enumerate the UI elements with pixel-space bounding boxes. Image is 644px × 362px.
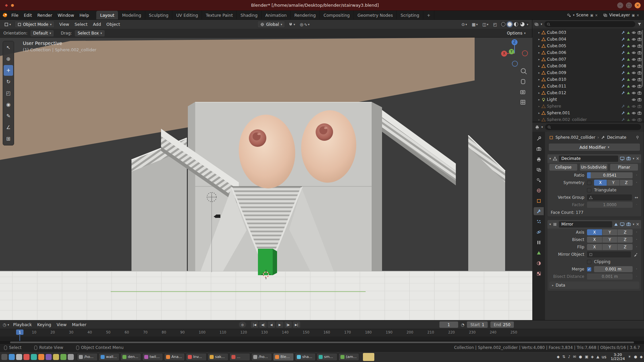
bisect-x-button[interactable]: X — [587, 237, 602, 243]
object-tab[interactable] — [534, 197, 544, 205]
transport-button[interactable]: ◀| — [259, 321, 267, 328]
breadcrumb-modifier[interactable]: Decimate — [607, 135, 627, 140]
orientation-dropdown[interactable]: Global ▾ — [257, 21, 285, 28]
drag-setting-dropdown[interactable]: Select Box ▾ — [74, 30, 105, 37]
object-name[interactable]: Cube.012 — [547, 90, 620, 95]
taskbar-window-button[interactable]: sha... — [295, 353, 316, 361]
launcher-icon[interactable] — [53, 354, 59, 360]
chevron-down-icon[interactable]: ▾ — [7, 323, 9, 326]
viewport-menu-item[interactable]: Add — [90, 22, 104, 27]
transport-button[interactable]: |◀ — [251, 321, 258, 328]
tray-icon[interactable]: ◆ — [557, 355, 559, 359]
properties-editor-icon[interactable] — [535, 125, 539, 129]
workspace-tab[interactable]: Modeling — [118, 11, 145, 19]
taskbar-window-button[interactable]: Ble... — [273, 353, 294, 361]
vertex-group-field[interactable] — [587, 194, 632, 200]
taskbar-window-button[interactable]: /ho... — [251, 353, 272, 361]
material-tab[interactable] — [534, 259, 544, 267]
expand-arrow-icon[interactable]: ▸ — [538, 98, 540, 101]
proportional-editing-toggle[interactable]: ◎ ∿ ▾ — [299, 21, 311, 28]
world-tab[interactable] — [534, 186, 544, 194]
breadcrumb-object[interactable]: Sphere.002_collider — [555, 135, 595, 140]
taskbar-window-button[interactable]: sm... — [317, 353, 337, 361]
animate-dot-icon[interactable]: · — [635, 237, 638, 242]
outliner-search-input[interactable] — [544, 21, 635, 27]
decimate-mode-tab[interactable]: Un-Subdivide — [580, 164, 608, 171]
symmetry-x-button[interactable]: X — [594, 180, 607, 186]
timeline-scrollbar[interactable] — [0, 341, 644, 344]
outliner-row[interactable]: ▸ Cube.004 — [532, 36, 644, 43]
workspace-tab[interactable]: Rendering — [291, 11, 320, 19]
outliner-row[interactable]: ▸ Cube.003 — [532, 29, 644, 36]
tray-icon[interactable]: ● — [579, 355, 582, 359]
taskbar-window-button[interactable]: Ana... — [164, 353, 185, 361]
constraints-tab[interactable] — [534, 238, 544, 246]
transport-button[interactable]: |▶ — [284, 321, 292, 328]
expand-arrow-icon[interactable]: ▸ — [538, 64, 540, 68]
symmetry-checkbox[interactable] — [587, 181, 591, 185]
symmetry-z-button[interactable]: Z — [620, 180, 633, 186]
decimate-mode-tab[interactable]: Planar — [610, 164, 638, 171]
particles-tab[interactable] — [534, 218, 544, 226]
scene-tab[interactable] — [534, 176, 544, 184]
auto-keying-toggle[interactable]: ◎ — [239, 321, 246, 328]
taskbar-window-button[interactable]: sak... — [208, 353, 228, 361]
scrollbar-thumb[interactable] — [10, 342, 634, 343]
timeline-menu-item[interactable]: Keying — [35, 322, 54, 327]
chevron-down-icon[interactable]: ▾ — [541, 22, 542, 26]
disable-render-icon[interactable] — [637, 118, 642, 122]
disable-render-icon[interactable] — [637, 98, 642, 102]
outliner-row[interactable]: ▸ Cube.012 — [532, 89, 644, 96]
transport-button[interactable]: ▶ — [276, 321, 283, 328]
outliner-row[interactable]: ▸ Cube.006 — [532, 49, 644, 56]
display-edit-icon[interactable] — [614, 222, 618, 227]
options-dropdown[interactable]: Options ▾ — [504, 30, 529, 37]
workspace-tab[interactable]: Animation — [262, 11, 291, 19]
launcher-icon[interactable] — [31, 354, 37, 360]
mirror-axis-x-button[interactable]: X — [587, 229, 602, 235]
hide-eye-icon[interactable] — [632, 64, 636, 68]
topbar-menu-item[interactable]: Render — [35, 13, 55, 18]
expand-arrow-icon[interactable]: ▸ — [538, 84, 540, 88]
disable-render-icon[interactable] — [637, 31, 642, 35]
new-scene-icon[interactable]: ▣ — [590, 13, 593, 17]
overlays-dropdown[interactable]: ◫▾ — [481, 21, 490, 28]
tool-move[interactable]: + — [4, 65, 13, 76]
blender-logo-icon[interactable] — [2, 11, 8, 19]
topbar-menu-item[interactable]: Edit — [21, 13, 35, 18]
hide-eye-icon[interactable] — [632, 91, 636, 95]
delete-viewlayer-icon[interactable]: × — [637, 13, 639, 17]
animate-dot-icon[interactable]: · — [635, 230, 638, 235]
outliner-row[interactable]: ▸ Cube.008 — [532, 63, 644, 69]
launcher-icon[interactable] — [60, 354, 66, 360]
collapse-arrow-icon[interactable]: ▾ — [549, 223, 551, 226]
object-name[interactable]: Sphere.002_collider — [547, 117, 620, 122]
workspace-tab[interactable]: Texture Paint — [202, 11, 237, 19]
animate-dot-icon[interactable]: · — [635, 274, 638, 279]
animate-dot-icon[interactable]: · — [635, 202, 638, 207]
tool-transform[interactable]: ◉ — [4, 99, 13, 110]
clipping-checkbox[interactable] — [587, 260, 591, 264]
expand-arrow-icon[interactable]: ▸ — [538, 58, 540, 61]
taskbar-window-button[interactable]: twil... — [142, 353, 163, 361]
symmetry-y-button[interactable]: Y — [607, 180, 620, 186]
timeline-editor-icon[interactable]: ◷ — [3, 322, 6, 327]
object-name[interactable]: Cube.010 — [547, 77, 620, 82]
chevron-down-icon[interactable]: ▾ — [541, 125, 543, 129]
current-frame-field[interactable]: 1 — [439, 321, 458, 328]
hide-eye-icon[interactable] — [632, 71, 636, 75]
pin-icon[interactable] — [635, 135, 640, 140]
hide-eye-icon[interactable] — [632, 118, 636, 122]
new-viewlayer-icon[interactable]: ▣ — [632, 13, 635, 17]
ratio-slider[interactable]: 0.0541 — [587, 172, 633, 178]
object-name[interactable]: Cube.006 — [547, 50, 620, 55]
viewport-menu-item[interactable]: Select — [72, 22, 90, 27]
outliner-row[interactable]: ▸ Cube.007 — [532, 56, 644, 63]
eyedropper-icon[interactable] — [634, 252, 638, 257]
object-name[interactable]: Cube.008 — [547, 64, 620, 68]
disable-render-icon[interactable] — [637, 77, 642, 82]
workspace-tab[interactable]: Compositing — [320, 11, 354, 19]
window-stash-icon[interactable] — [363, 353, 374, 361]
flip-x-button[interactable]: X — [587, 244, 602, 250]
mirror-axis-z-button[interactable]: Z — [618, 229, 633, 235]
